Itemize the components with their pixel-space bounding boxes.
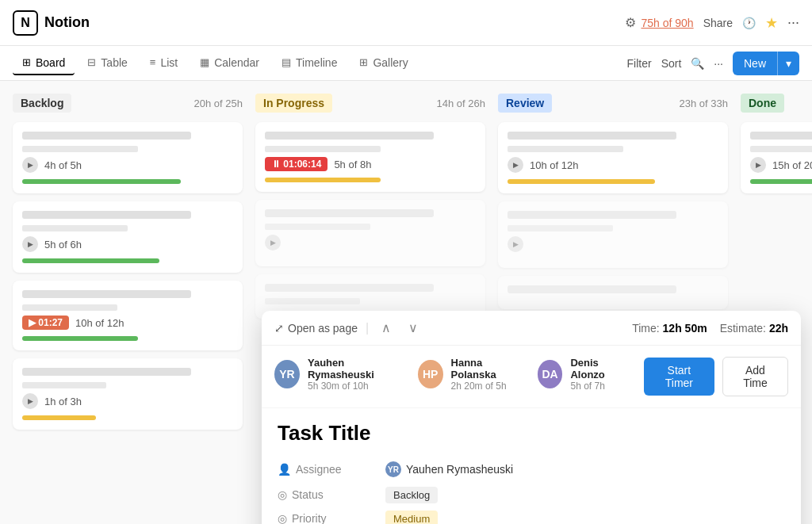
play-icon[interactable]: ▶ [22,157,38,173]
field-priority: ◎ Priority Medium [278,512,785,524]
chevron-down-button[interactable]: ∨ [404,319,423,337]
new-button-arrow[interactable]: ▾ [778,52,799,75]
play-icon[interactable]: ▶ [508,236,523,252]
card-progress-bar [22,258,159,263]
column-done-title: Done [741,94,784,113]
card-review-1[interactable]: ▶ 10h of 12h [498,122,728,193]
card-sub-bar [22,225,128,231]
tab-calendar-label: Calendar [214,56,259,69]
task-title: Task Title [278,421,785,446]
chevron-up-button[interactable]: ∧ [377,319,396,337]
table-tab-icon: ⊟ [87,56,96,68]
history-icon[interactable]: 🕐 [742,17,756,29]
card-title-bar [22,368,191,376]
status-icon: ◎ [278,488,287,501]
tab-gallery-label: Gallery [373,56,408,69]
status-value[interactable]: Backlog [385,488,438,501]
card-row: ▶ 4h of 5h [22,157,233,173]
card-row: ⏸ 01:06:14 5h of 8h [265,157,476,171]
status-badge: Backlog [385,487,438,503]
card-inprogress-2[interactable]: ▶ [255,200,485,266]
column-review-hours: 23h of 33h [680,98,728,109]
time-value: 12h 50m [663,322,707,335]
card-sub-bar [265,224,370,230]
play-icon[interactable]: ▶ [265,235,281,251]
status-label-text: Status [292,488,324,501]
open-page-label: Open as page [288,322,358,335]
play-icon[interactable]: ▶ [508,157,523,173]
play-icon[interactable]: ▶ [22,236,38,252]
timeline-tab-icon: ▤ [282,56,291,68]
assignee-value[interactable]: YR Yauhen Rymasheuski [385,461,513,477]
open-as-page-button[interactable]: ⤢ Open as page [274,322,358,335]
tab-list[interactable]: ≡ List [140,52,187,75]
logo-icon: N [13,10,38,36]
card-title-bar [508,211,676,219]
popup-body: Task Title 👤 Assignee YR Yauhen Rymasheu… [262,408,801,524]
card-hours: 5h of 8h [334,159,371,170]
share-button[interactable]: Share [703,17,733,29]
popup-header-left: ⤢ Open as page | ∧ ∨ [274,319,423,337]
card-sub-bar [750,146,812,152]
card-backlog-1[interactable]: ▶ 4h of 5h [13,122,243,193]
card-hours: 10h of 12h [75,317,124,329]
card-done-1[interactable]: ▶ 15h of 20h [741,122,812,193]
popup-header-right: Time: 12h 50m Estimate: 22h [632,322,788,335]
add-time-button[interactable]: Add Time [722,357,788,396]
card-review-3[interactable] [498,276,728,309]
user-name-da: Denis Alonzo [570,357,627,381]
card-sub-bar [508,146,623,152]
card-title-bar [508,132,676,140]
new-button-label[interactable]: New [733,52,777,75]
tab-board-label: Board [36,56,65,69]
tab-timeline[interactable]: ▤ Timeline [272,52,347,75]
sort-button[interactable]: Sort [661,57,682,70]
new-button[interactable]: New ▾ [733,52,799,75]
card-title-bar [265,132,434,140]
tab-calendar[interactable]: ▦ Calendar [190,52,269,75]
play-icon[interactable]: ▶ [750,157,766,173]
column-backlog: Backlog 20h of 25h ▶ 4h of 5h ▶ 5h of 6h [13,94,243,511]
column-review-title: Review [498,94,552,113]
card-progress-bar [22,179,181,184]
play-icon[interactable]: ▶ [22,393,38,409]
avatar-yr: YR [274,360,300,388]
column-backlog-title: Backlog [13,94,71,113]
card-sub-bar [22,304,117,311]
favorite-icon[interactable]: ★ [765,14,778,32]
card-backlog-3[interactable]: ▶ 01:27 10h of 12h [13,281,243,350]
filter-button[interactable]: Filter [627,57,652,70]
card-row: ▶ 01:27 10h of 12h [22,316,233,330]
header-right: ⚙ 75h of 90h Share 🕐 ★ ··· [625,14,799,32]
estimate-label-text: Estimate: [720,322,766,335]
card-row: ▶ 15h of 20h [750,157,812,173]
card-backlog-2[interactable]: ▶ 5h of 6h [13,201,243,273]
card-hours: 10h of 12h [530,159,578,171]
timer-info: ⚙ 75h of 90h [625,15,693,30]
card-hours: 4h of 5h [44,159,82,171]
search-button[interactable]: 🔍 [691,57,704,70]
more-options-button[interactable]: ··· [787,14,799,31]
more-toolbar-button[interactable]: ··· [714,57,723,70]
start-timer-button[interactable]: Start Timer [644,358,714,396]
card-title-bar [508,285,676,293]
assignee-label-text: Assignee [296,463,342,476]
tab-gallery[interactable]: ⊞ Gallery [350,52,417,75]
user-entry-hp: HP Hanna Polanska 2h 20m of 5h [418,357,522,392]
card-inprogress-1[interactable]: ⏸ 01:06:14 5h of 8h [255,122,485,192]
app-logo: N Notion [13,10,90,36]
tab-table[interactable]: ⊟ Table [78,52,136,75]
column-inprogress-header: In Progress 14h of 26h [255,94,485,113]
priority-icon: ◎ [278,512,287,524]
card-hours: 15h of 20h [772,159,812,171]
field-status: ◎ Status Backlog [278,488,785,501]
card-review-2[interactable]: ▶ [498,201,728,268]
tab-table-label: Table [101,56,127,69]
tab-board[interactable]: ⊞ Board [13,52,75,75]
timer-badge: ▶ 01:27 [22,316,69,330]
column-done-header: Done [741,94,812,113]
user-entry-yr: YR Yauhen Rymasheuski 5h 30m of 10h [274,357,402,392]
priority-value[interactable]: Medium [385,512,438,524]
card-backlog-4[interactable]: ▶ 1h of 3h [13,358,243,430]
timer-hours[interactable]: 75h of 90h [641,17,693,29]
